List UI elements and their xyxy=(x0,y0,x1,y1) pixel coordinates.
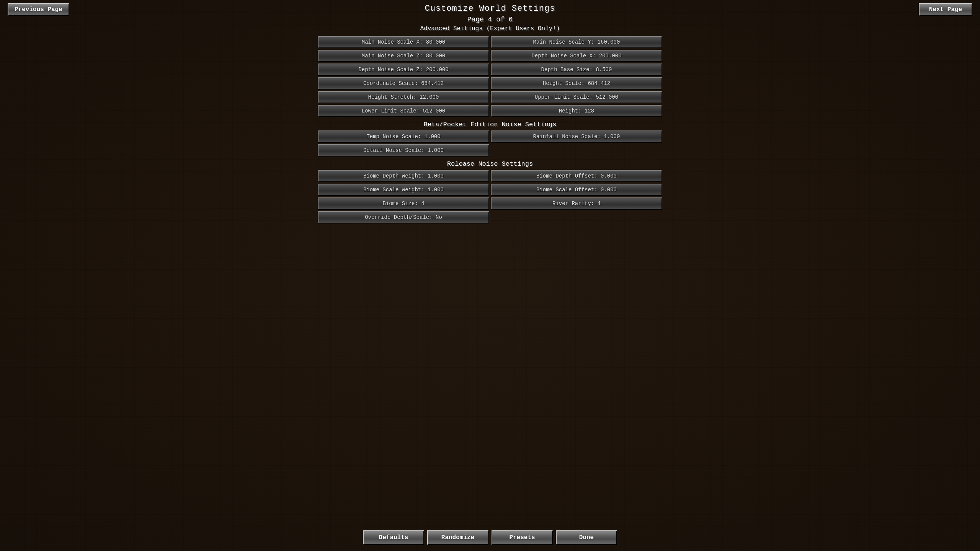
page-subtitle: Advanced Settings (Expert Users Only!) xyxy=(420,24,560,33)
beta-settings-grid: Temp Noise Scale: 1.000 Rainfall Noise S… xyxy=(318,130,662,156)
page-header: Customize World Settings Page 4 of 6 Adv… xyxy=(420,3,560,33)
setting-upper-limit-scale[interactable]: Upper Limit Scale: 512.000 xyxy=(491,91,662,103)
done-button[interactable]: Done xyxy=(556,530,617,545)
setting-height-stretch[interactable]: Height Stretch: 12.000 xyxy=(318,91,489,103)
page-number: Page 4 of 6 xyxy=(420,15,560,24)
setting-height-scale[interactable]: Height Scale: 684.412 xyxy=(491,77,662,90)
setting-height[interactable]: Height: 128 xyxy=(491,105,662,117)
defaults-button[interactable]: Defaults xyxy=(363,530,424,545)
setting-biome-scale-weight[interactable]: Biome Scale Weight: 1.000 xyxy=(318,184,489,196)
nav-prev-container: Previous Page xyxy=(8,3,69,16)
setting-lower-limit-scale[interactable]: Lower Limit Scale: 512.000 xyxy=(318,105,489,117)
setting-biome-scale-offset[interactable]: Biome Scale Offset: 0.000 xyxy=(491,184,662,196)
advanced-settings-grid: Main Noise Scale X: 80.000 Main Noise Sc… xyxy=(318,36,662,117)
setting-coordinate-scale[interactable]: Coordinate Scale: 684.412 xyxy=(318,77,489,90)
setting-depth-base-size[interactable]: Depth Base Size: 8.500 xyxy=(491,64,662,76)
setting-main-noise-z[interactable]: Main Noise Scale Z: 80.000 xyxy=(318,50,489,62)
bottom-bar: Defaults Randomize Presets Done xyxy=(363,530,617,545)
setting-biome-depth-offset[interactable]: Biome Depth Offset: 0.000 xyxy=(491,170,662,182)
prev-page-button[interactable]: Previous Page xyxy=(8,3,69,16)
setting-main-noise-y[interactable]: Main Noise Scale Y: 160.000 xyxy=(491,36,662,48)
release-section-label: Release Noise Settings xyxy=(447,160,533,168)
setting-river-rarity[interactable]: River Rarity: 4 xyxy=(491,197,662,210)
page-wrapper: Previous Page Next Page Customize World … xyxy=(0,0,980,551)
main-content: Main Noise Scale X: 80.000 Main Noise Sc… xyxy=(318,36,662,223)
randomize-button[interactable]: Randomize xyxy=(427,530,488,545)
setting-depth-noise-z[interactable]: Depth Noise Scale Z: 200.000 xyxy=(318,64,489,76)
page-title: Customize World Settings xyxy=(420,3,560,15)
setting-biome-depth-weight[interactable]: Biome Depth Weight: 1.000 xyxy=(318,170,489,182)
release-settings-grid: Biome Depth Weight: 1.000 Biome Depth Of… xyxy=(318,170,662,223)
setting-rainfall-noise-scale[interactable]: Rainfall Noise Scale: 1.000 xyxy=(491,130,662,143)
presets-button[interactable]: Presets xyxy=(492,530,553,545)
beta-section-label: Beta/Pocket Edition Noise Settings xyxy=(424,121,557,128)
next-page-button[interactable]: Next Page xyxy=(919,3,972,16)
nav-next-container: Next Page xyxy=(919,3,972,16)
setting-temp-noise-scale[interactable]: Temp Noise Scale: 1.000 xyxy=(318,130,489,143)
setting-main-noise-x[interactable]: Main Noise Scale X: 80.000 xyxy=(318,36,489,48)
setting-override-depth-scale[interactable]: Override Depth/Scale: No xyxy=(318,211,489,223)
setting-depth-noise-x[interactable]: Depth Noise Scale X: 200.000 xyxy=(491,50,662,62)
setting-detail-noise-scale[interactable]: Detail Noise Scale: 1.000 xyxy=(318,144,489,156)
setting-biome-size[interactable]: Biome Size: 4 xyxy=(318,197,489,210)
